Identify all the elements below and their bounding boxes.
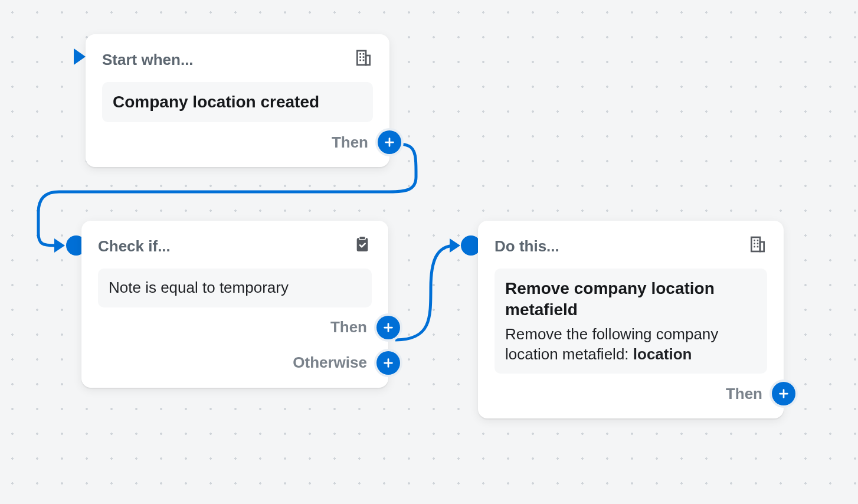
svg-rect-6	[359, 60, 361, 61]
arrowhead-into-action	[450, 238, 460, 253]
svg-rect-13	[757, 240, 759, 241]
start-node-card[interactable]: Start when... Company location created	[86, 34, 389, 167]
action-node-header: Do this...	[495, 237, 559, 256]
svg-rect-17	[757, 246, 759, 248]
start-then-label: Then	[332, 133, 368, 152]
add-step-button[interactable]	[376, 351, 400, 375]
svg-rect-0	[357, 51, 366, 65]
svg-rect-14	[754, 243, 755, 244]
add-step-button[interactable]	[378, 130, 401, 154]
condition-then-output[interactable]: Then	[98, 316, 400, 339]
building-icon	[748, 235, 767, 258]
action-node-description: Remove the following company location me…	[505, 325, 757, 365]
svg-rect-8	[357, 238, 368, 251]
svg-rect-15	[757, 243, 759, 244]
condition-node-header: Check if...	[98, 237, 171, 256]
building-icon	[354, 48, 373, 71]
start-then-output[interactable]: Then	[102, 130, 401, 154]
action-then-label: Then	[726, 385, 762, 403]
start-node-header: Start when...	[102, 51, 194, 69]
svg-rect-2	[359, 53, 361, 55]
start-node-title: Company location created	[113, 91, 362, 113]
svg-rect-16	[754, 246, 755, 248]
add-step-button[interactable]	[376, 316, 400, 339]
svg-rect-11	[760, 242, 764, 251]
action-node-title: Remove company location metafield	[505, 278, 757, 321]
clipboard-check-icon	[353, 235, 372, 258]
svg-rect-7	[363, 60, 365, 61]
svg-rect-10	[751, 237, 760, 251]
action-node-body: Remove company location metafield Remove…	[495, 269, 767, 374]
action-node-card[interactable]: Do this... Remove company location metaf…	[478, 221, 784, 418]
svg-rect-4	[359, 56, 361, 58]
condition-then-label: Then	[330, 318, 367, 336]
svg-rect-5	[363, 56, 365, 58]
workflow-canvas[interactable]: Start when... Company location created	[0, 0, 858, 504]
condition-otherwise-output[interactable]: Otherwise	[98, 351, 400, 375]
condition-otherwise-label: Otherwise	[293, 354, 367, 372]
condition-node-card[interactable]: Check if... Note is equal to temporary T…	[81, 221, 388, 388]
svg-rect-12	[754, 240, 755, 241]
start-node-body: Company location created	[102, 82, 373, 122]
arrowhead-into-condition	[54, 238, 65, 253]
svg-rect-9	[359, 237, 366, 240]
condition-node-body: Note is equal to temporary	[98, 269, 372, 307]
svg-rect-1	[366, 55, 370, 65]
action-then-output[interactable]: Then	[495, 382, 795, 405]
add-step-button[interactable]	[772, 382, 795, 405]
svg-rect-3	[363, 53, 365, 55]
condition-expression: Note is equal to temporary	[109, 279, 289, 296]
